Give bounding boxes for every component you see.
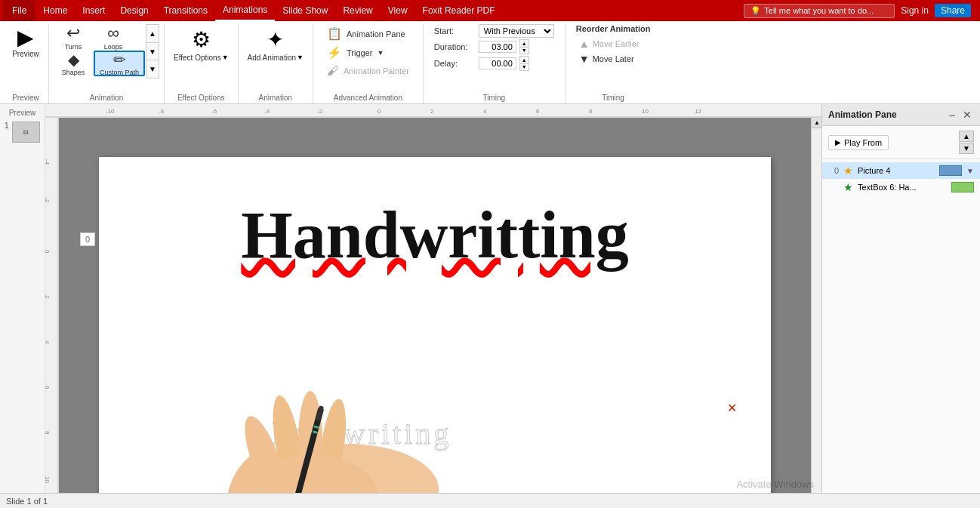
anim-item-label-0: Picture 4 (858, 166, 935, 175)
duration-input[interactable] (479, 41, 516, 53)
timing-group-label: Timing (428, 94, 560, 103)
effect-items: ⚙ Effect Options ▼ (169, 24, 233, 94)
scroll-up-btn[interactable]: ▲ (812, 118, 821, 128)
scroll-up-btn[interactable]: ▲ (146, 25, 159, 43)
move-earlier-icon: ▲ (579, 38, 590, 50)
menu-transitions[interactable]: Transitions (156, 0, 215, 21)
effect-options-button[interactable]: ⚙ Effect Options ▼ (169, 24, 233, 65)
preview-button[interactable]: ▶ Preview (8, 24, 44, 61)
trigger-btn[interactable]: ⚡ Trigger ▼ (324, 43, 412, 62)
svg-text:-4: -4 (45, 159, 51, 165)
menu-home[interactable]: Home (35, 0, 75, 21)
animation-painter-btn[interactable]: 🖌 Animation Painter (324, 62, 412, 80)
menu-animations[interactable]: Animations (215, 0, 275, 21)
svg-text:10: 10 (642, 108, 649, 115)
anim-loops[interactable]: ∞ Loops (94, 24, 133, 50)
duration-spinner[interactable]: ▲ ▼ (519, 39, 529, 54)
svg-text:10: 10 (45, 476, 51, 483)
svg-text:-2: -2 (317, 108, 323, 115)
svg-text:12: 12 (695, 108, 701, 115)
scroll-track[interactable] (812, 128, 821, 493)
duration-label: Duration: (434, 42, 476, 51)
anim-pane-title: Animation Pane (828, 109, 897, 120)
duration-row: Duration: ▲ ▼ (434, 39, 554, 54)
slide-thumbnail[interactable]: 🖼 (12, 122, 40, 143)
move-later-icon: ▼ (579, 53, 590, 65)
svg-text:-8: -8 (159, 108, 165, 115)
menu-view[interactable]: View (381, 0, 415, 21)
play-from-btn[interactable]: ▶ Play From (828, 135, 889, 150)
sign-in-btn[interactable]: Sign in (901, 5, 929, 16)
vertical-scrollbar[interactable]: ▲ ▼ ▲ ▼ ▲ (811, 118, 821, 493)
anim-shapes[interactable]: ◆ Shapes (54, 51, 93, 76)
ruler-top-svg: -10 -8 -6 -4 -2 0 2 4 6 8 10 12 (45, 104, 821, 118)
reorder-title: Reorder Animation (576, 24, 651, 33)
delay-down-btn[interactable]: ▼ (520, 64, 529, 71)
ribbon-group-animation: ↩ Turns ◆ Shapes ∞ Loops (49, 24, 165, 103)
svg-rect-31 (257, 489, 363, 494)
animation-scroll[interactable]: ▲ ▼ ▼ (146, 24, 159, 79)
shapes-icon: ◆ (68, 51, 79, 69)
scroll-more-btn[interactable]: ▼ (146, 60, 159, 78)
svg-text:-10: -10 (106, 108, 115, 115)
menu-foxit[interactable]: Foxit Reader PDF (415, 0, 503, 21)
custom-path-label: Custom Path (100, 69, 139, 76)
anim-item-bar-1 (951, 182, 974, 192)
menu-slideshow[interactable]: Slide Show (275, 0, 335, 21)
anim-pane-header: Animation Pane – ✕ (822, 104, 980, 126)
anim-pane-minimize[interactable]: – (947, 109, 957, 121)
search-box[interactable]: 💡 Tell me what you want to do... (744, 4, 895, 18)
reorder-group: Reorder Animation ▲ Move Earlier ▼ Move … (570, 24, 657, 66)
anim-item-dropdown-0[interactable]: ▼ (966, 167, 974, 175)
duration-down-btn[interactable]: ▼ (520, 48, 529, 54)
delay-input[interactable] (479, 57, 516, 69)
animation-painter-label: Animation Painter (344, 66, 409, 75)
scroll-down-btn[interactable]: ▼ (146, 43, 159, 61)
menu-design[interactable]: Design (112, 0, 156, 21)
delay-up-btn[interactable]: ▲ (520, 57, 529, 64)
slide-canvas[interactable]: Handwritting handwriting (99, 157, 771, 494)
right-buttons: Sign in Share (901, 4, 971, 17)
zero-badge: 0 (80, 232, 95, 246)
slide-thumbnail-container: 1 🖼 (3, 119, 42, 146)
ribbon: ▶ Preview Preview ↩ Turns ◆ (0, 21, 980, 104)
red-marker: ✕ (727, 401, 737, 415)
move-earlier-btn[interactable]: ▲ Move Earlier (576, 36, 651, 51)
svg-text:4: 4 (45, 340, 51, 344)
anim-item-num-0: 0 (828, 166, 839, 175)
start-select[interactable]: With Previous On Click After Previous (479, 24, 554, 38)
duration-up-btn[interactable]: ▲ (520, 40, 529, 48)
trigger-label: Trigger (347, 48, 372, 57)
menu-insert[interactable]: Insert (75, 0, 112, 21)
hand-svg (159, 293, 537, 494)
add-animation-icon: ✦ (267, 27, 284, 52)
anim-list-item[interactable]: 0 ★ Picture 4 ▼ (822, 162, 980, 179)
loops-icon: ∞ (107, 23, 119, 43)
add-animation-button[interactable]: ✦ Add Animation ▼ (243, 24, 308, 65)
anim-turns[interactable]: ↩ Turns (54, 24, 93, 50)
ruler-left-svg: -4 -2 0 2 4 6 8 10 (45, 118, 59, 493)
effect-options-icon: ⚙ (192, 27, 211, 52)
animation-group-label: Animation (54, 94, 159, 103)
move-earlier-label: Move Earlier (593, 39, 639, 48)
move-later-btn[interactable]: ▼ Move Later (576, 51, 651, 66)
delay-spinner[interactable]: ▲ ▼ (519, 56, 529, 71)
move-up-btn[interactable]: ▲ (959, 131, 974, 142)
anim-list-item[interactable]: ★ TextBox 6: Ha... (822, 179, 980, 196)
anim-pane-close[interactable]: ✕ (960, 109, 974, 121)
svg-text:0: 0 (378, 108, 381, 115)
file-menu-btn[interactable]: File (3, 0, 35, 21)
animation-pane-btn[interactable]: 📋 Animation Pane (324, 24, 412, 43)
menu-review[interactable]: Review (335, 0, 380, 21)
move-down-btn[interactable]: ▼ (959, 143, 974, 154)
menu-items: Home Insert Design Transitions Animation… (35, 0, 738, 21)
svg-text:6: 6 (45, 386, 51, 389)
play-from-label: Play From (844, 138, 882, 147)
anim-custom-path[interactable]: ✏ Custom Path (94, 51, 145, 76)
status-bar: Slide 1 of 1 (0, 493, 980, 508)
reorder-items: Reorder Animation ▲ Move Earlier ▼ Move … (570, 24, 657, 94)
ribbon-content: ▶ Preview Preview ↩ Turns ◆ (0, 21, 980, 103)
share-btn[interactable]: Share (935, 4, 971, 17)
svg-text:-6: -6 (211, 108, 217, 115)
shapes-label: Shapes (62, 69, 85, 76)
